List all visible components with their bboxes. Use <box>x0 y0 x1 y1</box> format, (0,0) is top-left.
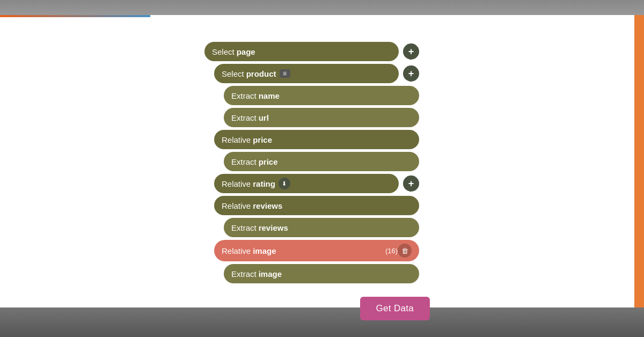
row-relative-reviews: Relative reviews <box>214 196 430 215</box>
label-extract-price: price <box>259 157 278 166</box>
label-relative-reviews: reviews <box>253 201 282 210</box>
label-extract-image: image <box>259 269 282 279</box>
bar-extract-name[interactable]: Extract name <box>224 86 419 105</box>
plus-button-select-page[interactable]: + <box>403 43 419 60</box>
prefix-extract-url: Extract <box>231 113 257 122</box>
download-icon[interactable]: ⬇ <box>279 178 290 189</box>
row-relative-image: Relative image(16)🗑 <box>214 240 430 261</box>
trash-icon[interactable]: 🗑 <box>398 244 412 258</box>
label-extract-name: name <box>259 91 280 100</box>
label-relative-image: image <box>253 246 276 255</box>
bar-extract-image[interactable]: Extract image <box>224 264 419 283</box>
list-icon <box>280 69 290 78</box>
plus-button-relative-rating[interactable]: + <box>403 175 419 192</box>
tree-container: Select page+Select product+Extract nameE… <box>204 42 430 286</box>
label-extract-url: url <box>259 113 269 122</box>
prefix-extract-name: Extract <box>231 91 257 100</box>
prefix-relative-rating: Relative <box>222 179 251 188</box>
bar-extract-reviews[interactable]: Extract reviews <box>224 218 419 237</box>
row-select-product: Select product+ <box>214 64 430 83</box>
row-extract-url: Extract url <box>224 108 430 127</box>
prefix-extract-reviews: Extract <box>231 223 257 232</box>
bar-relative-reviews[interactable]: Relative reviews <box>214 196 419 215</box>
prefix-relative-reviews: Relative <box>222 201 251 210</box>
get-data-button[interactable]: Get Data <box>360 297 430 320</box>
label-relative-rating: rating <box>253 179 275 188</box>
bar-select-page[interactable]: Select page <box>204 42 399 61</box>
bar-extract-url[interactable]: Extract url <box>224 108 419 127</box>
row-extract-image: Extract image <box>224 264 430 283</box>
blue-accent-line <box>0 15 150 17</box>
prefix-select-page: Select <box>212 47 235 56</box>
prefix-relative-image: Relative <box>222 246 251 255</box>
bar-relative-price[interactable]: Relative price <box>214 130 419 149</box>
label-relative-price: price <box>253 135 272 144</box>
prefix-extract-price: Extract <box>231 157 257 166</box>
label-select-product: product <box>246 69 276 78</box>
badge-relative-image: (16) <box>385 247 398 255</box>
prefix-relative-price: Relative <box>222 135 251 144</box>
row-select-page: Select page+ <box>204 42 430 61</box>
row-extract-name: Extract name <box>224 86 430 105</box>
label-extract-reviews: reviews <box>259 223 288 232</box>
row-extract-reviews: Extract reviews <box>224 218 430 237</box>
prefix-select-product: Select <box>222 69 244 78</box>
bar-extract-price[interactable]: Extract price <box>224 152 419 171</box>
row-extract-price: Extract price <box>224 152 430 171</box>
bar-select-product[interactable]: Select product <box>214 64 399 83</box>
prefix-extract-image: Extract <box>231 269 257 279</box>
bar-relative-rating[interactable]: Relative rating⬇ <box>214 174 399 193</box>
bar-relative-image[interactable]: Relative image(16)🗑 <box>214 240 419 261</box>
label-select-page: page <box>237 47 255 56</box>
row-relative-rating: Relative rating⬇+ <box>214 174 430 193</box>
orange-accent-bar <box>634 15 644 307</box>
plus-button-select-product[interactable]: + <box>403 65 419 82</box>
row-relative-price: Relative price <box>214 130 430 149</box>
